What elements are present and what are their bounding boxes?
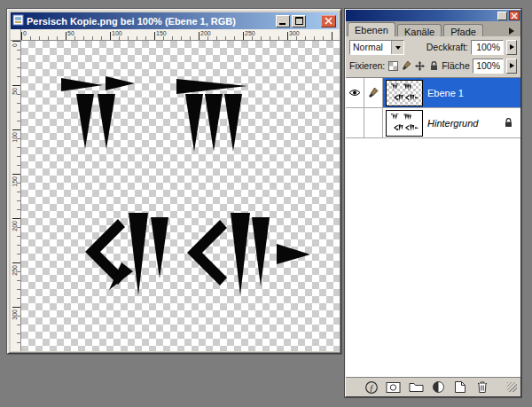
palette-menu-arrow-icon [508,27,515,35]
chevron-down-icon[interactable] [391,41,403,54]
palette-titlebar[interactable] [346,10,520,21]
window-buttons [276,15,336,27]
add-layer-mask-button[interactable] [386,380,402,395]
document-title: Persisch Kopie.png bei 100% (Ebene 1, RG… [27,16,273,27]
layer-thumbnail[interactable] [387,111,422,136]
ruler-label: 100 [12,132,18,143]
eye-icon [348,89,361,97]
ruler-label: 300 [12,309,18,320]
brush-icon [368,87,379,98]
visibility-toggle[interactable] [346,108,364,137]
ruler-label: 300 [289,30,300,36]
blend-mode-value: Normal [353,42,383,52]
lock-all-toggle[interactable] [428,60,439,72]
active-layer-indicator [364,78,383,107]
layer-row-hintergrund[interactable]: Hintergrund [346,108,520,138]
new-layer-button[interactable] [452,380,468,395]
lock-position-toggle[interactable] [415,60,426,72]
layer-row-ebene-1[interactable]: Ebene 1 [346,78,520,108]
opacity-slider-button[interactable] [506,40,517,55]
lock-label: Fixieren: [349,60,385,71]
document-titlebar[interactable]: Persisch Kopie.png bei 100% (Ebene 1, RG… [11,12,338,29]
tab-ebenen[interactable]: Ebenen [348,22,395,36]
resize-grip[interactable] [507,382,517,392]
layer-name: Ebene 1 [427,88,464,98]
ruler-label: 250 [245,30,255,36]
document-icon [12,13,24,29]
svg-text:ƒ: ƒ [369,382,373,392]
blend-mode-select[interactable]: Normal [349,40,404,55]
ruler-label: 0 [23,30,27,36]
ruler-label: 250 [12,265,18,276]
tab-kanaele[interactable]: Kanäle [397,24,442,36]
ruler-label: 150 [12,176,18,187]
minimize-button[interactable] [276,15,290,27]
button-spacer [308,20,319,21]
desktop: Persisch Kopie.png bei 100% (Ebene 1, RG… [0,0,532,407]
palette-close-button[interactable] [509,11,520,20]
ruler-origin-corner[interactable] [11,29,21,41]
ruler-label: 200 [12,221,18,231]
layer-name: Hintergrund [427,118,478,129]
layers-palette: Ebenen Kanäle Pfade Normal Deckkraft: 10… [345,9,521,397]
opacity-value: 100% [476,42,500,52]
new-adjustment-layer-button[interactable] [430,380,446,395]
ruler-label: 200 [200,30,211,36]
fill-slider-button[interactable] [506,59,517,74]
ruler-label: 100 [112,30,122,36]
delete-layer-button[interactable] [474,380,490,395]
layer-row-content[interactable]: Hintergrund [383,108,520,137]
layer-thumbnail[interactable] [387,81,422,106]
layer-controls: Normal Deckkraft: 100% Fixieren: [346,36,520,78]
vertical-ruler[interactable]: 0 50 100 150 200 250 300 [11,41,21,351]
maximize-button[interactable] [292,15,306,27]
fill-value: 100% [476,60,500,71]
link-toggle[interactable] [364,108,383,137]
horizontal-ruler[interactable]: 0 50 100 150 200 250 300 [21,29,340,41]
ruler-label: 50 [67,30,74,36]
visibility-toggle[interactable] [346,78,364,107]
document-window: Persisch Kopie.png bei 100% (Ebene 1, RG… [7,9,341,354]
fill-label: Fläche [442,60,470,71]
layer-row-content[interactable]: Ebene 1 [383,78,520,107]
thumbnail-artwork [387,111,422,136]
close-button[interactable] [321,15,336,27]
palette-tabs: Ebenen Kanäle Pfade [346,21,520,36]
lock-icon [505,118,512,128]
ruler-label: 150 [156,30,167,36]
opacity-label: Deckkraft: [426,42,468,52]
tab-pfade[interactable]: Pfade [443,24,483,36]
tab-label: Ebenen [355,25,388,35]
palette-menu-button[interactable] [505,25,518,36]
opacity-input[interactable]: 100% [471,40,504,55]
palette-bottom-bar: ƒ [346,378,520,396]
thumbnail-artwork [387,81,422,106]
ruler-label: 50 [12,88,18,95]
palette-collapse-button[interactable] [497,12,507,20]
new-layer-group-button[interactable] [408,380,424,395]
layer-list: Ebene 1 Hintergrund [346,78,520,378]
fill-input[interactable]: 100% [473,59,504,74]
lock-pixels-toggle[interactable] [402,60,412,72]
canvas[interactable] [21,41,340,351]
add-layer-style-button[interactable]: ƒ [364,380,379,395]
cuneiform-artwork [21,41,340,351]
ruler-label: 0 [12,43,18,47]
lock-transparency-toggle[interactable] [387,60,398,72]
